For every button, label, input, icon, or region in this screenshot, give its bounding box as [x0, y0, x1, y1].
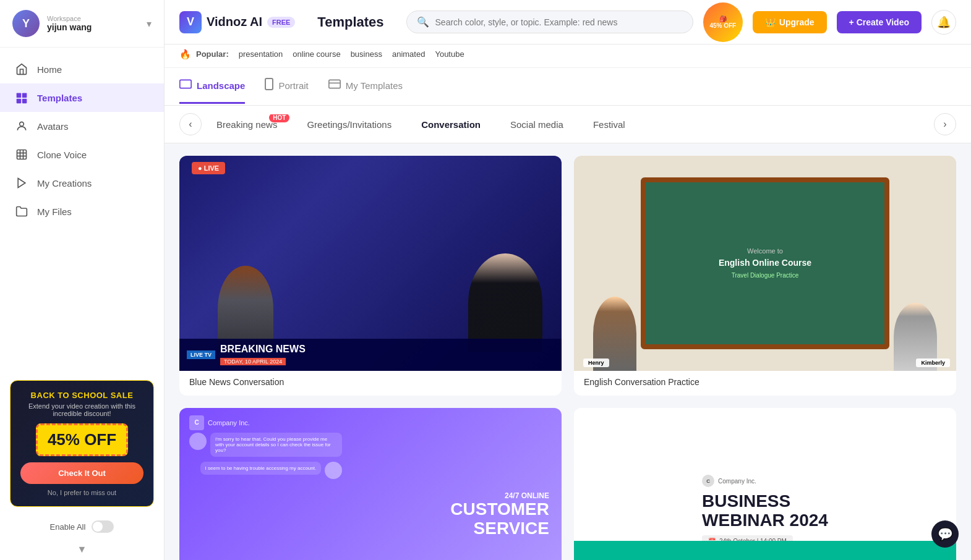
chevron-down-icon: ▾ [147, 18, 152, 30]
sidebar-item-my-files[interactable]: My Files [0, 197, 164, 226]
svg-rect-5 [17, 150, 27, 159]
check-it-out-button[interactable]: Check It Out [20, 462, 143, 484]
header: V Vidnoz AI FREE Templates 🔍 🎒 45% OFF 👑… [165, 0, 971, 45]
sidebar-item-templates-label: Templates [37, 93, 82, 103]
sidebar-item-my-files-label: My Files [37, 206, 72, 217]
template-label-blue-news: Blue News Conversation [179, 371, 562, 396]
template-card-blue-news[interactable]: ● LIVE LIVE TV BREAKING N [179, 156, 562, 396]
sidebar-item-avatars[interactable]: Avatars [0, 112, 164, 140]
notification-icon: 🔔 [937, 15, 951, 29]
workspace-name: yijun wang [47, 22, 147, 32]
tab-my-templates-label: My Templates [346, 80, 403, 91]
search-bar: 🔍 [406, 11, 693, 33]
template-card-customer-service[interactable]: C Company Inc. I'm sorry to hear that. C… [179, 408, 562, 560]
sidebar-collapse-button[interactable]: ▼ [0, 539, 164, 560]
templates-grid: ● LIVE LIVE TV BREAKING N [165, 143, 971, 560]
template-thumb-blue-news: ● LIVE LIVE TV BREAKING N [179, 156, 562, 371]
my-creations-icon [15, 176, 28, 190]
template-card-english-conv[interactable]: Welcome to English Online Course Travel … [574, 156, 956, 396]
workspace-selector[interactable]: Y Workspace yijun wang ▾ [0, 0, 164, 48]
template-thumb-webinar: C Company Inc. BUSINESSWEBINAR 2024 📅 24… [574, 408, 956, 560]
category-social-media[interactable]: Social media [495, 114, 578, 135]
create-video-button[interactable]: + Create Video [837, 11, 922, 33]
main-content: V Vidnoz AI FREE Templates 🔍 🎒 45% OFF 👑… [165, 0, 971, 560]
search-icon: 🔍 [417, 16, 429, 28]
sidebar-nav: Home Templates Avatars Clone Voice My Cr… [0, 48, 164, 373]
sidebar: Y Workspace yijun wang ▾ Home Templates … [0, 0, 165, 560]
tabs-row: Landscape Portrait My Templates [165, 68, 971, 106]
svg-rect-11 [180, 80, 191, 88]
promo-percent: 45% OFF [709, 22, 736, 29]
breaking-news-label: Breaking news [216, 119, 277, 130]
name-badge-henry: Henry [583, 358, 609, 367]
sidebar-item-templates[interactable]: Templates [0, 83, 164, 112]
logo-icon: V [179, 11, 202, 33]
template-thumb-english: Welcome to English Online Course Travel … [574, 156, 956, 371]
logo-text: Vidnoz AI [207, 15, 262, 29]
sidebar-item-avatars-label: Avatars [37, 121, 69, 132]
conversation-label: Conversation [421, 119, 481, 130]
popular-row: 🔥 Popular: presentation online course bu… [165, 45, 971, 68]
landscape-tab-icon [179, 79, 192, 92]
avatar: Y [12, 10, 40, 37]
notification-button[interactable]: 🔔 [931, 10, 956, 35]
hot-badge: HOT [269, 114, 289, 122]
svg-rect-12 [265, 78, 273, 90]
search-input[interactable] [435, 17, 683, 27]
svg-rect-13 [329, 80, 340, 88]
sidebar-item-clone-voice[interactable]: Clone Voice [0, 140, 164, 169]
clone-voice-icon [15, 148, 28, 161]
tab-landscape[interactable]: Landscape [179, 69, 245, 104]
popular-tag-online-course[interactable]: online course [290, 48, 343, 60]
category-items: Breaking news HOT Greetings/Invitations … [202, 114, 934, 135]
sale-skip-label[interactable]: No, I prefer to miss out [20, 489, 143, 496]
sidebar-item-clone-voice-label: Clone Voice [37, 150, 87, 160]
tab-landscape-label: Landscape [197, 80, 245, 91]
promo-badge[interactable]: 🎒 45% OFF [703, 2, 743, 42]
category-conversation[interactable]: Conversation [406, 114, 495, 135]
popular-tag-youtube[interactable]: Youtube [432, 48, 466, 60]
sale-card: BACK TO SCHOOL SALE Extend your video cr… [10, 380, 154, 507]
sidebar-item-my-creations[interactable]: My Creations [0, 169, 164, 197]
my-files-icon [15, 205, 28, 218]
sale-badge: 45% OFF [36, 423, 128, 456]
tab-my-templates[interactable]: My Templates [328, 69, 403, 104]
category-festival[interactable]: Festival [578, 114, 640, 135]
workspace-info: Workspace yijun wang [47, 15, 147, 32]
category-next-button[interactable]: › [934, 113, 956, 135]
page-title: Templates [317, 14, 383, 30]
category-breaking-news[interactable]: Breaking news HOT [202, 114, 292, 135]
template-card-business-webinar[interactable]: C Company Inc. BUSINESSWEBINAR 2024 📅 24… [574, 408, 956, 560]
category-greetings[interactable]: Greetings/Invitations [292, 114, 406, 135]
svg-rect-3 [22, 99, 27, 104]
popular-tag-animated[interactable]: animated [390, 48, 427, 60]
sidebar-item-my-creations-label: My Creations [37, 178, 92, 189]
tab-portrait[interactable]: Portrait [265, 68, 308, 105]
free-badge: FREE [267, 17, 295, 28]
popular-label: Popular: [196, 49, 229, 59]
logo: V Vidnoz AI FREE [179, 11, 295, 33]
avatars-icon [15, 119, 28, 133]
cs-title: 24/7 ONLINE CUSTOMERSERVICE [450, 492, 549, 539]
svg-marker-10 [18, 179, 25, 188]
chat-icon: 💬 [938, 527, 953, 541]
blackboard: Welcome to English Online Course Travel … [641, 177, 889, 349]
enable-all-toggle[interactable] [92, 520, 114, 533]
upgrade-icon: 👑 [765, 17, 776, 27]
category-nav: ‹ Breaking news HOT Greetings/Invitation… [165, 106, 971, 143]
popular-tag-presentation[interactable]: presentation [236, 48, 286, 60]
portrait-tab-icon [265, 78, 273, 93]
popular-tag-business[interactable]: business [348, 48, 385, 60]
sidebar-item-home[interactable]: Home [0, 55, 164, 83]
create-label: + Create Video [849, 17, 909, 27]
category-prev-button[interactable]: ‹ [179, 113, 202, 135]
social-media-label: Social media [510, 119, 563, 130]
enable-all-label: Enable All [50, 522, 86, 532]
chat-button[interactable]: 💬 [931, 520, 959, 548]
template-label-english-conv: English Conversation Practice [574, 371, 956, 396]
sidebar-item-home-label: Home [37, 64, 62, 75]
content-area: ● LIVE LIVE TV BREAKING N [165, 143, 971, 560]
template-thumb-customer: C Company Inc. I'm sorry to hear that. C… [179, 408, 562, 560]
sale-title: BACK TO SCHOOL SALE [20, 391, 143, 400]
upgrade-button[interactable]: 👑 Upgrade [753, 11, 827, 33]
